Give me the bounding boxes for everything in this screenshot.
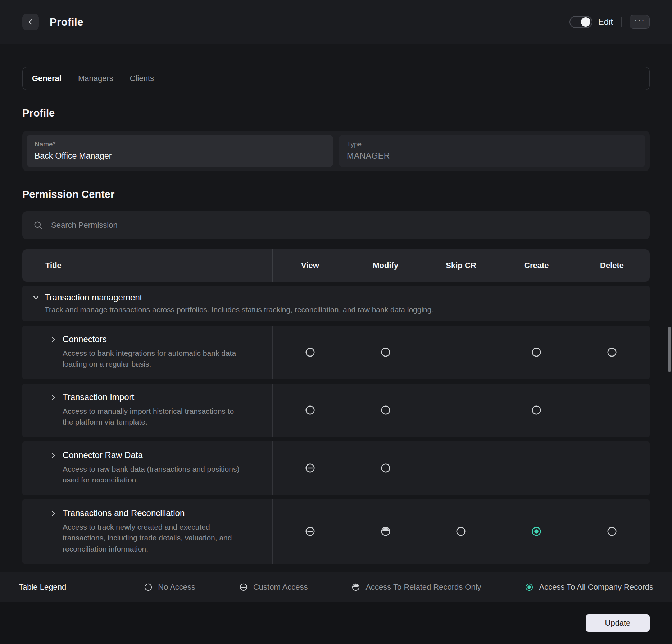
permission-description: Access to manually import historical tra… xyxy=(63,406,244,428)
header-divider xyxy=(621,17,622,27)
edit-toggle[interactable] xyxy=(569,16,592,28)
radio-no-access-icon xyxy=(144,582,153,592)
radio-related-records-icon[interactable] xyxy=(380,526,391,537)
search-input[interactable] xyxy=(51,221,639,230)
permission-center-heading: Permission Center xyxy=(22,189,650,200)
type-field xyxy=(347,151,637,161)
radio-no-access-icon[interactable] xyxy=(304,404,316,416)
tab-bar: GeneralManagersClients xyxy=(22,67,650,90)
permission-radio-modify[interactable] xyxy=(348,404,423,416)
search-icon xyxy=(33,220,43,230)
tab-clients[interactable]: Clients xyxy=(130,74,154,83)
column-header-create: Create xyxy=(499,261,574,270)
radio-custom-access-icon[interactable] xyxy=(304,526,316,537)
permission-radio-modify[interactable] xyxy=(348,526,423,537)
legend-item-label: Custom Access xyxy=(253,582,308,592)
permission-group-description: Track and manage transactions across por… xyxy=(45,305,640,314)
column-divider xyxy=(272,441,273,495)
chevron-right-icon[interactable] xyxy=(50,394,57,428)
permission-group-header[interactable]: Transaction management xyxy=(32,292,640,303)
column-divider xyxy=(272,249,273,282)
column-divider xyxy=(272,384,273,437)
permission-title: Connectors xyxy=(63,334,244,344)
permission-radio-view[interactable] xyxy=(272,404,348,416)
permission-radio-modify[interactable] xyxy=(348,346,423,358)
radio-all-records-icon xyxy=(525,582,534,592)
radio-no-access-icon[interactable] xyxy=(606,346,618,358)
radio-custom-access-icon xyxy=(239,582,248,592)
permission-title: Connector Raw Data xyxy=(63,450,244,460)
legend-items: No Access Custom Access Access To Relate… xyxy=(144,582,653,592)
radio-no-access-icon[interactable] xyxy=(380,346,391,358)
scrollbar-thumb[interactable] xyxy=(668,327,671,372)
table-header: Title View Modify Skip CR Create Delete xyxy=(22,249,650,282)
permission-row: Connector Raw Data Access to raw bank da… xyxy=(22,441,650,495)
permission-row: Connectors Access to bank integrations f… xyxy=(22,326,650,379)
radio-no-access-icon[interactable] xyxy=(455,526,467,537)
more-options-button[interactable]: ··· xyxy=(630,15,650,29)
table-legend-title: Table Legend xyxy=(19,582,66,592)
permission-radio-delete[interactable] xyxy=(574,346,650,358)
radio-related-records-icon xyxy=(351,582,360,592)
column-header-modify: Modify xyxy=(348,261,423,270)
permission-radio-skip_cr[interactable] xyxy=(423,526,499,537)
tab-general[interactable]: General xyxy=(32,74,62,83)
legend-item-label: No Access xyxy=(158,582,195,592)
legend-item-no-access: No Access xyxy=(144,582,195,592)
radio-no-access-icon[interactable] xyxy=(380,404,391,416)
column-header-skip-cr: Skip CR xyxy=(423,261,499,270)
profile-section-heading: Profile xyxy=(22,107,650,119)
page-title: Profile xyxy=(50,16,83,28)
chevron-right-icon[interactable] xyxy=(50,510,57,554)
permission-radio-view[interactable] xyxy=(272,346,348,358)
name-field[interactable] xyxy=(35,151,325,161)
chevron-left-icon xyxy=(27,19,34,25)
permission-group-title: Transaction management xyxy=(45,292,142,303)
footer-bar: Update xyxy=(0,602,672,644)
radio-no-access-icon[interactable] xyxy=(606,526,618,537)
column-divider xyxy=(272,326,273,379)
permission-description: Access to track newly created and execut… xyxy=(63,522,244,554)
permission-radio-modify[interactable] xyxy=(348,462,423,474)
update-button[interactable]: Update xyxy=(586,614,650,632)
chevron-right-icon[interactable] xyxy=(50,452,57,486)
name-field-container: Name* xyxy=(27,135,333,167)
permission-title: Transactions and Reconciliation xyxy=(63,508,244,518)
permission-radio-create[interactable] xyxy=(499,526,574,537)
legend-item-all-records: Access To All Company Records xyxy=(525,582,653,592)
header: Profile Edit ··· xyxy=(0,0,672,44)
permission-group-row: Transaction management Track and manage … xyxy=(22,286,650,321)
radio-custom-access-icon[interactable] xyxy=(304,462,316,474)
back-button[interactable] xyxy=(22,14,39,30)
permission-rows: Connectors Access to bank integrations f… xyxy=(22,326,650,564)
radio-all-records-icon[interactable] xyxy=(531,526,542,537)
legend-item-custom-access: Custom Access xyxy=(239,582,308,592)
legend-item-related-records: Access To Related Records Only xyxy=(351,582,481,592)
radio-no-access-icon[interactable] xyxy=(531,346,542,358)
permission-radio-create[interactable] xyxy=(499,404,574,416)
permission-title: Transaction Import xyxy=(63,392,244,402)
permission-radio-view[interactable] xyxy=(272,526,348,537)
permission-description: Access to raw bank data (transactions an… xyxy=(63,464,244,486)
chevron-right-icon[interactable] xyxy=(50,336,57,370)
permission-row: Transactions and Reconciliation Access t… xyxy=(22,499,650,564)
tab-managers[interactable]: Managers xyxy=(78,74,113,83)
permission-radio-delete[interactable] xyxy=(574,526,650,537)
column-header-view: View xyxy=(272,261,348,270)
table-legend-bar: Table Legend No Access Custom Access Acc… xyxy=(0,572,672,602)
radio-no-access-icon[interactable] xyxy=(531,404,542,416)
edit-toggle-knob xyxy=(581,17,590,27)
column-header-delete: Delete xyxy=(574,261,650,270)
radio-no-access-icon[interactable] xyxy=(380,462,391,474)
column-header-title: Title xyxy=(22,261,272,270)
edit-toggle-label: Edit xyxy=(598,17,613,27)
type-field-container: Type xyxy=(339,135,645,167)
permission-radio-view[interactable] xyxy=(272,462,348,474)
permission-search-bar xyxy=(22,211,650,239)
name-field-label: Name* xyxy=(35,140,325,148)
chevron-down-icon[interactable] xyxy=(32,294,40,301)
legend-item-label: Access To Related Records Only xyxy=(365,582,481,592)
permission-row: Transaction Import Access to manually im… xyxy=(22,384,650,437)
radio-no-access-icon[interactable] xyxy=(304,346,316,358)
permission-radio-create[interactable] xyxy=(499,346,574,358)
